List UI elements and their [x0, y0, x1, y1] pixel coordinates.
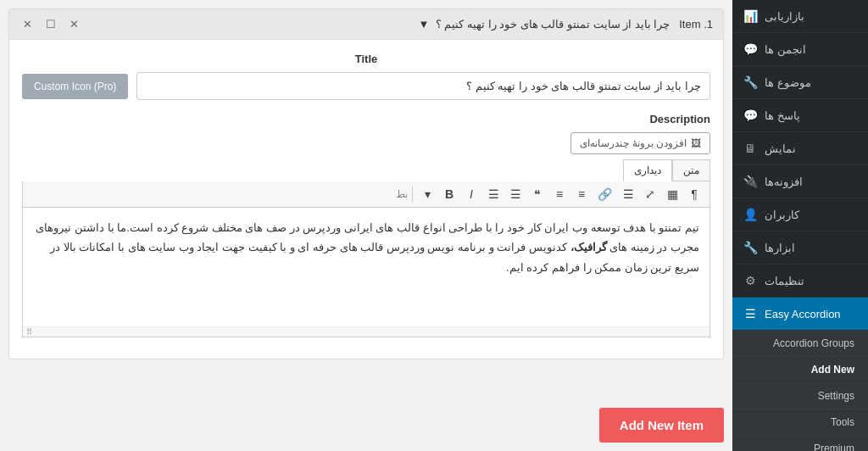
- drag-icon[interactable]: ✕: [66, 16, 82, 32]
- tab-visual[interactable]: دیداری: [623, 159, 672, 181]
- pasokha-icon: 💬: [743, 108, 758, 123]
- toolbar-separator: [412, 187, 413, 202]
- sidebar-item-easy-accordion[interactable]: Easy Accordion ☰: [732, 298, 868, 331]
- anjoman-icon: 💬: [743, 42, 758, 57]
- title-label: Title: [22, 53, 710, 65]
- toolbar-list[interactable]: ☰: [618, 185, 638, 203]
- sidebar-item-anjoman[interactable]: انجمن ها 💬: [732, 33, 868, 66]
- accordion-item-body: Title Custom Icon (Pro) Description 🖼 اف…: [9, 40, 723, 359]
- editor-footer: ⠿: [23, 326, 709, 337]
- toolbar-align-center[interactable]: ≡: [549, 185, 570, 203]
- sidebar-item-label: تنظیمات: [765, 275, 804, 287]
- sidebar-item-karbaran[interactable]: کاربران 👤: [732, 198, 868, 231]
- sidebar-item-movzooat[interactable]: موضوع ها 🔧: [732, 66, 868, 99]
- add-media-label: افزودن برونهٔ چندرسانه‌ای: [580, 137, 687, 149]
- sidebar-item-bazaryabi[interactable]: بازاریابی 📊: [732, 0, 868, 33]
- resize-handle[interactable]: ⠿: [26, 327, 32, 337]
- editor-container: ¶ ▦ ⤢ ☰ 🔗 ≡ ≡ ❝ ☰ ☰ I B ▾ بط: [22, 181, 710, 337]
- toolbar-more[interactable]: ▾: [417, 185, 437, 203]
- editor-tabs: متن دیداری: [22, 159, 710, 181]
- toolbar-blockquote[interactable]: ❝: [527, 185, 548, 203]
- sidebar-item-label: انجمن ها: [765, 43, 806, 56]
- title-input[interactable]: [136, 72, 710, 100]
- description-label: Description: [649, 113, 710, 125]
- copy-icon[interactable]: ☐: [42, 16, 59, 32]
- add-media-button[interactable]: 🖼 افزودن برونهٔ چندرسانه‌ای: [570, 132, 710, 154]
- tanzeemat-icon: ⚙: [743, 273, 758, 288]
- afzoneha-icon: 🔌: [743, 174, 758, 189]
- easy-accordion-label: Easy Accordion: [765, 308, 841, 320]
- sidebar-item-label: ابزارها: [765, 242, 795, 254]
- bold-content: گرافیک،: [570, 241, 607, 253]
- toolbar-paragraph[interactable]: ¶: [684, 185, 704, 203]
- tab-text[interactable]: متن: [672, 159, 710, 181]
- item-label: Item .1: [679, 18, 713, 31]
- editor-toolbar: ¶ ▦ ⤢ ☰ 🔗 ≡ ≡ ❝ ☰ ☰ I B ▾ بط: [23, 181, 709, 208]
- easy-accordion-submenu: Accordion Groups Add New Settings Tools …: [732, 331, 868, 451]
- toolbar-fullscreen[interactable]: ⤢: [640, 185, 660, 203]
- accordion-item-header: ✕ ☐ ✕ Item .1 چرا باید از سایت تمنتو قال…: [9, 9, 723, 40]
- submenu-premium[interactable]: Premium: [732, 436, 868, 451]
- toolbar-align-left[interactable]: ≡: [571, 185, 592, 203]
- submenu-tools[interactable]: Tools: [732, 409, 868, 436]
- easy-accordion-icon: ☰: [743, 306, 758, 321]
- toolbar-rtl-label: بط: [396, 188, 408, 200]
- nemayesh-icon: 🖥: [743, 141, 758, 156]
- header-controls: ✕ ☐ ✕: [19, 16, 82, 32]
- sidebar-item-afzoneha[interactable]: افزونه‌ها 🔌: [732, 165, 868, 198]
- abzarha-icon: 🔧: [743, 240, 758, 255]
- description-header: Description: [22, 113, 710, 125]
- karbaran-icon: 👤: [743, 207, 758, 222]
- sidebar-item-pasokha[interactable]: پاسخ ها 💬: [732, 99, 868, 132]
- toolbar-link[interactable]: 🔗: [593, 185, 616, 203]
- item-header-title: Item .1 چرا باید از سایت تمنتو قالب های …: [419, 18, 713, 31]
- custom-icon-button[interactable]: Custom Icon (Pro): [22, 74, 128, 99]
- sidebar-item-label: پاسخ ها: [765, 109, 800, 122]
- sidebar-item-abzarha[interactable]: ابزارها 🔧: [732, 231, 868, 264]
- add-media-icon: 🖼: [691, 137, 701, 149]
- editor-content[interactable]: تیم تمنتو با هدف توسعه وب ایران کار خود …: [23, 208, 709, 326]
- toolbar-table[interactable]: ▦: [662, 185, 682, 203]
- title-section: Title Custom Icon (Pro): [22, 53, 710, 100]
- bazaryabi-icon: 📊: [743, 8, 758, 24]
- sidebar-item-label: نمایش: [765, 142, 796, 155]
- sidebar-item-label: موضوع ها: [765, 76, 811, 89]
- toolbar-ul[interactable]: ☰: [505, 185, 526, 203]
- sidebar-item-nemayesh[interactable]: نمایش 🖥: [732, 132, 868, 165]
- sidebar: بازاریابی 📊 انجمن ها 💬 موضوع ها 🔧 پاسخ ه…: [732, 0, 868, 451]
- add-new-item-container: Add New Item: [0, 399, 732, 451]
- accordion-item-card: ✕ ☐ ✕ Item .1 چرا باید از سایت تمنتو قال…: [8, 8, 724, 359]
- submenu-add-new[interactable]: Add New: [732, 357, 868, 383]
- description-section: Description 🖼 افزودن برونهٔ چندرسانه‌ای …: [22, 113, 710, 337]
- item-title-preview: چرا باید از سایت تمنتو قالب های خود را ت…: [436, 18, 670, 31]
- submenu-accordion-groups[interactable]: Accordion Groups: [732, 331, 868, 357]
- sidebar-item-label: افزونه‌ها: [765, 175, 803, 188]
- toolbar-italic[interactable]: I: [461, 185, 481, 203]
- close-icon[interactable]: ✕: [19, 16, 36, 32]
- toolbar-ol[interactable]: ☰: [483, 185, 504, 203]
- sidebar-item-tanzeemat[interactable]: تنظیمات ⚙: [732, 264, 868, 298]
- toolbar-bold[interactable]: B: [439, 185, 459, 203]
- sidebar-item-label: کاربران: [765, 209, 799, 221]
- title-row: Custom Icon (Pro): [22, 72, 710, 100]
- add-new-item-button[interactable]: Add New Item: [599, 408, 724, 443]
- main-content: ✕ ☐ ✕ Item .1 چرا باید از سایت تمنتو قال…: [0, 0, 732, 451]
- sidebar-item-label: بازاریابی: [765, 10, 804, 23]
- submenu-settings[interactable]: Settings: [732, 383, 868, 409]
- movzooat-icon: 🔧: [743, 75, 758, 90]
